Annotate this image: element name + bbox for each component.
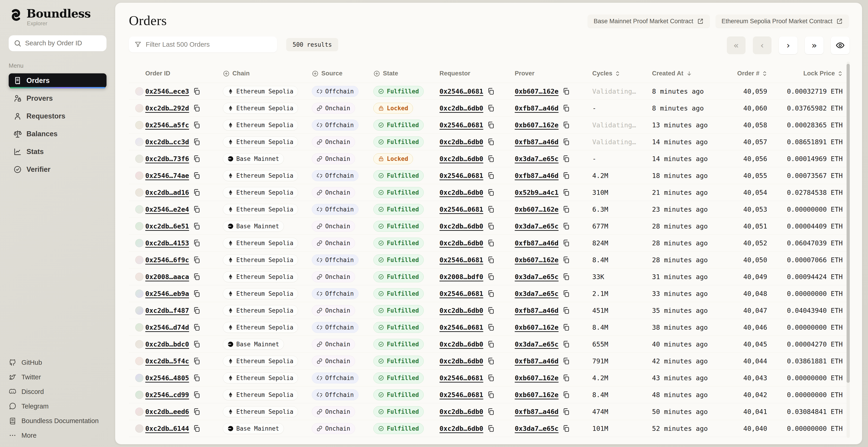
copy-icon[interactable] [562,222,570,230]
copy-icon[interactable] [487,121,495,129]
copy-icon[interactable] [193,121,200,129]
copy-icon[interactable] [562,138,570,146]
prover-link[interactable]: 0xfb87…a46d [515,357,559,365]
order-id-link[interactable]: 0x2546…e2e4 [145,206,189,213]
requestor-link[interactable]: 0x2546…0681 [439,88,483,95]
copy-icon[interactable] [487,425,495,433]
column-header-cycles[interactable]: Cycles [592,70,652,77]
sidebar-item-stats[interactable]: Stats [9,144,106,159]
copy-icon[interactable] [193,374,200,382]
order-id-link[interactable]: 0x2008…aaca [145,273,189,281]
requestor-link[interactable]: 0x2546…0681 [439,290,483,298]
copy-icon[interactable] [487,239,495,247]
copy-icon[interactable] [193,155,200,163]
prover-link[interactable]: 0xfb87…a46d [515,408,559,416]
copy-icon[interactable] [562,273,570,281]
prover-link[interactable]: 0x3da7…e65c [515,340,559,348]
table-row[interactable]: 0xc2db…f487 Ethereum Sepolia Onchain Ful… [129,302,849,319]
link-more[interactable]: More [9,430,99,441]
prover-link[interactable]: 0x3da7…e65c [515,273,559,281]
copy-icon[interactable] [487,374,495,382]
next-page-button[interactable]: › [779,36,798,54]
link-discord[interactable]: Discord [9,386,99,397]
column-header-state[interactable]: State [373,70,439,77]
table-row[interactable]: 0xc2db…292d Ethereum Sepolia Onchain Loc… [129,100,849,117]
link-telegram[interactable]: Telegram [9,401,99,412]
copy-icon[interactable] [487,88,495,95]
requestor-link[interactable]: 0xc2db…6db0 [439,307,483,314]
prover-link[interactable]: 0x52b9…a4c1 [515,188,559,196]
table-row[interactable]: 0xc2db…ad16 Ethereum Sepolia Onchain Ful… [129,184,849,201]
requestor-link[interactable]: 0x2546…0681 [439,391,483,399]
copy-icon[interactable] [193,273,200,281]
copy-icon[interactable] [562,425,570,433]
order-id-link[interactable]: 0x2546…cd99 [145,391,189,399]
prover-link[interactable]: 0xb607…162e [515,323,559,331]
copy-icon[interactable] [562,206,570,213]
copy-icon[interactable] [562,408,570,416]
copy-icon[interactable] [193,138,200,146]
table-row[interactable]: 0x2008…aaca Ethereum Sepolia Onchain Ful… [129,268,849,285]
copy-icon[interactable] [562,357,570,365]
order-id-link[interactable]: 0xc2db…eed6 [145,408,189,416]
requestor-link[interactable]: 0xc2db…6db0 [439,138,483,146]
sidebar-item-requestors[interactable]: Requestors [9,109,106,124]
link-twitter[interactable]: Twitter [9,371,99,383]
copy-icon[interactable] [193,323,200,331]
table-row[interactable]: 0x2546…a5fc Ethereum Sepolia Offchain Fu… [129,117,849,134]
copy-icon[interactable] [487,104,495,112]
requestor-link[interactable]: 0x2546…0681 [439,256,483,264]
table-row[interactable]: 0xc2db…6144 Base Mainnet Onchain Fulfill… [129,420,849,437]
sidebar-item-orders[interactable]: Orders [9,73,106,88]
order-id-link[interactable]: 0xc2db…cc3d [145,138,189,146]
table-row[interactable]: 0xc2db…cc3d Ethereum Sepolia Onchain Ful… [129,134,849,150]
copy-icon[interactable] [562,172,570,179]
order-id-link[interactable]: 0x2546…74ae [145,172,189,179]
order-id-link[interactable]: 0xc2db…4153 [145,239,189,247]
copy-icon[interactable] [193,357,200,365]
sidebar-item-balances[interactable]: Balances [9,127,106,141]
copy-icon[interactable] [562,307,570,314]
requestor-link[interactable]: 0xc2db…6db0 [439,340,483,348]
prover-link[interactable]: 0xb607…162e [515,256,559,264]
copy-icon[interactable] [193,222,200,230]
column-header-order-id[interactable]: Order ID [145,70,223,77]
requestor-link[interactable]: 0xc2db…6db0 [439,155,483,163]
table-row[interactable]: 0x2546…eb9a Ethereum Sepolia Offchain Fu… [129,285,849,302]
requestor-link[interactable]: 0x2008…bdf0 [439,273,483,281]
logo[interactable]: Boundless Explorer [9,8,106,27]
prover-link[interactable]: 0xb607…162e [515,374,559,382]
prover-link[interactable]: 0xfb87…a46d [515,104,559,112]
requestor-link[interactable]: 0x2546…0681 [439,374,483,382]
table-row[interactable]: 0xc2db…bdc0 Base Mainnet Onchain Fulfill… [129,336,849,353]
table-row[interactable]: 0xc2db…73f6 Base Mainnet Onchain Locked … [129,150,849,167]
table-row[interactable]: 0x2546…74ae Ethereum Sepolia Offchain Fu… [129,167,849,184]
prover-link[interactable]: 0x3da7…e65c [515,222,559,230]
requestor-link[interactable]: 0x2546…0681 [439,121,483,129]
table-row[interactable]: 0x2546…e2e4 Ethereum Sepolia Offchain Fu… [129,201,849,218]
copy-icon[interactable] [562,391,570,399]
copy-icon[interactable] [562,155,570,163]
copy-icon[interactable] [193,307,200,314]
link-docs[interactable]: Boundless Documentation [9,415,99,426]
copy-icon[interactable] [487,357,495,365]
filter-input[interactable] [146,41,272,48]
table-row[interactable]: 0xc2db…6e51 Base Mainnet Onchain Fulfill… [129,218,849,235]
copy-icon[interactable] [487,155,495,163]
copy-icon[interactable] [487,273,495,281]
order-search[interactable] [9,35,106,51]
copy-icon[interactable] [562,256,570,264]
table-row[interactable]: 0x2546…ece3 Ethereum Sepolia Offchain Fu… [129,83,849,100]
copy-icon[interactable] [487,172,495,179]
order-id-link[interactable]: 0xc2db…73f6 [145,155,189,163]
copy-icon[interactable] [562,239,570,247]
copy-icon[interactable] [487,188,495,196]
table-row[interactable]: 0x2546…d74d Ethereum Sepolia Offchain Fu… [129,319,849,336]
requestor-link[interactable]: 0x2546…0681 [439,323,483,331]
order-id-link[interactable]: 0x2546…d74d [145,323,189,331]
requestor-link[interactable]: 0xc2db…6db0 [439,239,483,247]
prover-link[interactable]: 0xb607…162e [515,121,559,129]
copy-icon[interactable] [193,391,200,399]
prover-link[interactable]: 0x3da7…e65c [515,155,559,163]
prover-link[interactable]: 0x3da7…e65c [515,425,559,433]
